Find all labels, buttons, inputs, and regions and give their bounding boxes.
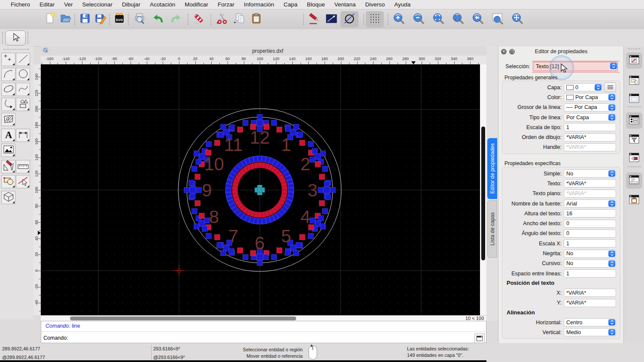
tool-solid-3d-button[interactable] [1,191,15,204]
toolbar-save-button[interactable] [78,12,92,27]
property-input[interactable]: *VARIA* [564,299,616,307]
menu-1[interactable]: Editar [35,0,59,9]
tool-circle-button[interactable] [16,68,30,81]
close-icon[interactable]: ✕ [501,49,507,54]
tool-dimension-button[interactable] [16,129,30,142]
toolbar-circle-tool-button[interactable] [340,11,358,27]
horizontal-scrollbar[interactable]: 10 < 100 [41,315,486,321]
tab-property-editor[interactable]: Editor de propiedades [487,138,497,199]
tool-blocks-button[interactable] [1,175,15,188]
menu-4[interactable]: Dibujar [117,0,145,9]
menu-2[interactable]: Ver [59,0,77,9]
toolbar-zoom-in-button[interactable] [392,12,406,27]
menu-12[interactable]: Diverso [360,0,389,9]
toggle-layer-list-panel-button[interactable] [626,112,642,129]
property-input[interactable]: 0 [564,220,616,228]
selection-dropdown[interactable]: Texto [12] [533,62,618,71]
tool-spline-button[interactable] [16,83,30,96]
property-input[interactable]: 1 [564,239,616,247]
property-dropdown[interactable]: Por Capa [564,113,616,121]
detach-icon[interactable]: ❐ [509,49,515,54]
property-dropdown[interactable]: No [564,169,616,178]
tool-modify-button[interactable] [1,160,15,173]
menu-8[interactable]: Información [239,0,279,9]
toolbar-line-tool-button[interactable] [324,12,339,27]
dropdown-stepper-icon[interactable] [608,260,615,267]
dropdown-stepper-icon[interactable] [610,63,617,69]
dropdown-stepper-icon[interactable] [608,319,615,326]
property-dropdown[interactable]: No [564,259,616,268]
toolbar-copy-button[interactable]: + [232,12,246,27]
menu-13[interactable]: Ayuda [389,0,415,9]
horizontal-scrollbar-thumb[interactable] [70,317,296,320]
dropdown-stepper-icon[interactable] [608,94,615,100]
tool-text-button[interactable]: A [1,129,15,142]
property-dropdown[interactable]: Por Capa [564,93,616,101]
toggle-pen-toolbar-panel-button[interactable] [626,150,642,166]
dropdown-stepper-icon[interactable] [608,200,615,207]
tool-points-button[interactable] [1,53,15,66]
property-dropdown[interactable]: 0 [564,83,602,91]
property-dropdown[interactable]: No [564,250,616,258]
dropdown-stepper-icon[interactable] [608,250,615,257]
toolbar-draw-pencil-button[interactable] [307,12,322,27]
property-input[interactable]: 16 [564,209,616,217]
property-input[interactable]: *VARIA* [564,289,616,297]
toolbar-paste-button[interactable] [249,12,264,27]
command-input[interactable] [70,333,475,343]
tool-polyline-button[interactable] [1,98,15,111]
toolbar-print-preview-button[interactable] [132,12,147,27]
menu-0[interactable]: Fichero [6,0,35,9]
toolbar-grid-toggle-button[interactable] [366,11,384,27]
menu-11[interactable]: Ventana [330,0,361,9]
toolbar-zoom-previous-button[interactable] [471,12,485,27]
toolbar-zoom-selection-button[interactable] [451,12,465,27]
layer-menu-button[interactable] [604,82,616,92]
tool-arc-button[interactable] [1,68,15,81]
toolbar-pan-button[interactable] [510,12,525,27]
toolbar-undo-button[interactable] [151,12,166,27]
dropdown-stepper-icon[interactable] [608,104,615,111]
property-dropdown[interactable]: Arial [564,199,616,208]
tool-shapes-button[interactable] [16,98,30,111]
toggle-filter-panel-button[interactable] [626,132,642,148]
property-input[interactable]: 1 [564,123,616,131]
property-input[interactable]: 0 [564,229,616,238]
command-fullscreen-toggle-button[interactable] [474,333,485,343]
property-dropdown[interactable]: Por Capa [564,103,616,112]
toolbar-zoom-out-button[interactable] [411,12,426,27]
toggle-view-panel-button[interactable] [626,91,642,107]
drawing-canvas[interactable]: 123456789101112 [41,64,480,315]
vertical-scrollbar-thumb[interactable] [481,127,485,260]
menu-5[interactable]: Acotación [145,0,180,9]
toolbar-open-file-button[interactable] [58,12,73,27]
dropdown-stepper-icon[interactable] [608,329,615,335]
toolbar-delete-button[interactable] [191,12,206,27]
menu-7[interactable]: Forzar [213,0,239,9]
toolbar-svg-export-button[interactable]: SVG [112,12,127,27]
tool-hatch-button[interactable] [1,113,15,126]
toggle-command-line-panel-button[interactable] [626,172,642,189]
menu-6[interactable]: Modificar [180,0,213,9]
property-input[interactable]: 1 [564,269,616,278]
tool-select-entity-button[interactable] [16,175,30,188]
toggle-clipboard-panel-button[interactable] [626,192,642,208]
tool-ellipse-button[interactable] [1,83,15,96]
dropdown-stepper-icon[interactable] [595,84,601,90]
toggle-property-editor-panel-button[interactable] [626,52,642,69]
tool-image-button[interactable] [1,144,15,157]
dropdown-stepper-icon[interactable] [608,114,615,121]
property-input[interactable]: *VARIA* [564,190,616,198]
toolbar-zoom-auto-button[interactable] [431,12,446,27]
property-dropdown[interactable]: Medio [564,328,616,336]
tab-layer-list[interactable]: Lista de capas [487,200,497,258]
toolbar-zoom-window-button[interactable] [490,12,505,27]
toolbar-save-as-button[interactable] [93,12,108,27]
property-input[interactable]: *VARIA* [564,133,616,142]
property-input[interactable]: *VARIA* [564,179,616,187]
property-input[interactable]: *VARIA* [564,143,616,151]
menu-3[interactable]: Seleccionar [78,0,118,9]
toggle-block-list-panel-button[interactable] [626,73,642,89]
toolbar-new-file-button[interactable] [43,12,58,27]
vertical-scrollbar[interactable] [480,64,486,315]
